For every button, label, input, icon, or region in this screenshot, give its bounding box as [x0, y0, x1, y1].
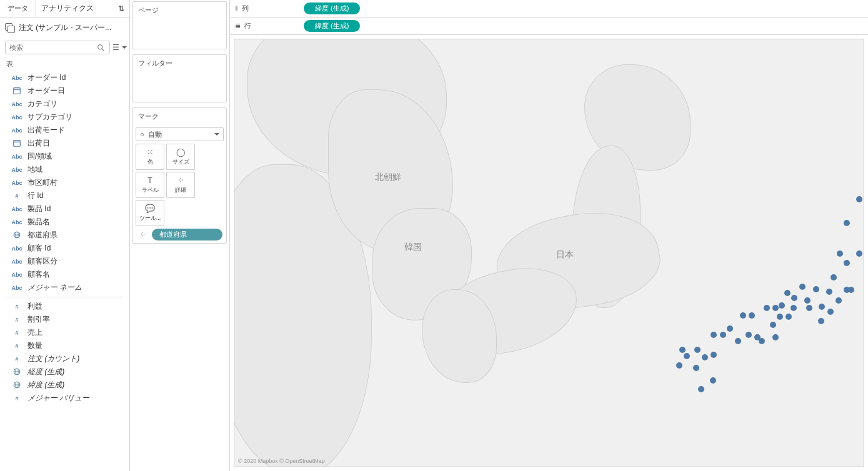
globe-icon: [11, 380, 22, 390]
map-point[interactable]: [786, 314, 792, 320]
map-point[interactable]: [746, 332, 752, 338]
mark-btn-詳細[interactable]: ⁘詳細: [166, 172, 195, 198]
map-point[interactable]: [777, 314, 783, 320]
map-point[interactable]: [727, 325, 733, 332]
mark-btn-icon: ◯: [176, 147, 186, 157]
field-製品 Id[interactable]: Abc製品 Id: [0, 202, 129, 216]
map-point[interactable]: [711, 332, 717, 338]
datasource-name: 注文 (サンプル - スーパー...: [19, 22, 111, 33]
map-point[interactable]: [826, 289, 832, 295]
field-label: 顧客区分: [27, 256, 57, 267]
field-都道府県[interactable]: 都道府県: [0, 229, 129, 242]
field-menu-icon[interactable]: [122, 42, 127, 52]
mark-btn-ラベル[interactable]: Tラベル: [136, 172, 164, 198]
filters-card[interactable]: フィルター: [132, 54, 227, 102]
map-point[interactable]: [749, 312, 755, 319]
mark-btn-色[interactable]: ⁙色: [136, 144, 164, 170]
map-point[interactable]: [844, 220, 850, 226]
field-利益[interactable]: #利益: [0, 300, 129, 313]
map-point[interactable]: [693, 365, 699, 371]
map-point[interactable]: [702, 354, 708, 360]
rows-shelf[interactable]: ≣ 行 緯度 (生成): [230, 17, 868, 35]
columns-shelf[interactable]: ⦀ 列 経度 (生成): [230, 0, 868, 17]
field-出荷日[interactable]: 出荷日: [0, 137, 129, 150]
map-point[interactable]: [684, 353, 690, 359]
field-経度 (生成)[interactable]: 経度 (生成): [0, 365, 129, 379]
number-icon: #: [11, 330, 22, 336]
map-point[interactable]: [772, 305, 779, 311]
field-数量[interactable]: #数量: [0, 339, 129, 352]
map-point[interactable]: [710, 377, 716, 384]
search-box[interactable]: [5, 41, 110, 54]
mark-type-dropdown[interactable]: ○ 自動: [136, 127, 224, 141]
mark-btn-ツール...[interactable]: 💬ツール...: [136, 200, 164, 226]
calendar-icon: [11, 86, 22, 96]
map-point[interactable]: [779, 302, 785, 309]
field-国/領域[interactable]: Abc国/領域: [0, 150, 129, 163]
field-割引率[interactable]: #割引率: [0, 313, 129, 326]
field-注文 (カウント)[interactable]: #注文 (カウント): [0, 352, 129, 365]
field-顧客名[interactable]: Abc顧客名: [0, 268, 129, 281]
map-point[interactable]: [711, 352, 717, 358]
map-point[interactable]: [698, 386, 704, 392]
map-point[interactable]: [740, 312, 746, 319]
field-製品名[interactable]: Abc製品名: [0, 216, 129, 229]
mark-pill-prefecture[interactable]: 都道府県: [152, 229, 222, 240]
field-サブカテゴリ[interactable]: Abcサブカテゴリ: [0, 111, 129, 124]
map-point[interactable]: [827, 309, 834, 315]
map-point[interactable]: [759, 338, 765, 344]
mark-btn-サイズ[interactable]: ◯サイズ: [166, 144, 195, 170]
field-行 Id[interactable]: #行 Id: [0, 189, 129, 202]
map-point[interactable]: [806, 305, 812, 311]
field-オーダー Id[interactable]: Abcオーダー Id: [0, 71, 129, 84]
map-point[interactable]: [694, 347, 701, 353]
view-list-icon[interactable]: ☰: [112, 42, 119, 52]
map-point[interactable]: [799, 284, 806, 290]
rows-pill-latitude[interactable]: 緯度 (生成): [304, 20, 360, 32]
field-オーダー日[interactable]: オーダー日: [0, 84, 129, 97]
field-地域[interactable]: Abc地域: [0, 163, 129, 176]
search-icon: [96, 42, 106, 52]
map-point[interactable]: [676, 362, 682, 369]
map-point[interactable]: [791, 295, 797, 301]
field-出荷モード[interactable]: Abc出荷モード: [0, 124, 129, 137]
map-point[interactable]: [791, 305, 797, 311]
columns-pill-longitude[interactable]: 経度 (生成): [304, 2, 360, 14]
field-メジャー バリュー[interactable]: #メジャー バリュー: [0, 392, 129, 405]
datasource-row[interactable]: 注文 (サンプル - スーパー...: [0, 17, 129, 38]
map-point[interactable]: [856, 196, 862, 202]
map-point[interactable]: [804, 297, 811, 304]
map-point[interactable]: [818, 318, 824, 324]
field-顧客 Id[interactable]: Abc顧客 Id: [0, 242, 129, 255]
map-attribution: © 2020 Mapbox © OpenStreetMap: [238, 458, 325, 464]
tab-analytics[interactable]: アナリティクス ⇅: [36, 0, 129, 17]
map-viz[interactable]: 北朝鮮 韓国 日本 © 2020 Mapbox © OpenStreetMap: [234, 39, 864, 467]
field-label: 緯度 (生成): [27, 380, 64, 390]
map-point[interactable]: [770, 322, 776, 328]
search-input[interactable]: [9, 44, 96, 51]
pages-card[interactable]: ページ: [132, 1, 227, 49]
field-売上[interactable]: #売上: [0, 326, 129, 339]
map-point[interactable]: [679, 347, 686, 353]
map-point[interactable]: [831, 274, 837, 280]
map-point[interactable]: [735, 338, 741, 344]
map-point[interactable]: [764, 305, 770, 311]
map-point[interactable]: [819, 304, 825, 310]
map-point[interactable]: [784, 290, 791, 296]
field-カテゴリ[interactable]: Abcカテゴリ: [0, 97, 129, 111]
tab-data[interactable]: データ: [0, 0, 36, 17]
map-point[interactable]: [813, 286, 819, 292]
field-メジャー ネーム[interactable]: Abcメジャー ネーム: [0, 281, 129, 294]
map-point[interactable]: [720, 332, 726, 338]
map-point[interactable]: [844, 260, 850, 266]
map-point[interactable]: [856, 250, 862, 257]
field-label: 出荷日: [27, 138, 50, 149]
field-顧客区分[interactable]: Abc顧客区分: [0, 255, 129, 268]
field-市区町村[interactable]: Abc市区町村: [0, 176, 129, 189]
map-point[interactable]: [848, 287, 854, 293]
map-point[interactable]: [772, 334, 779, 340]
field-緯度 (生成)[interactable]: 緯度 (生成): [0, 379, 129, 392]
map-point[interactable]: [836, 297, 842, 304]
map-point[interactable]: [837, 250, 843, 257]
mark-btn-label: ツール...: [139, 214, 161, 222]
